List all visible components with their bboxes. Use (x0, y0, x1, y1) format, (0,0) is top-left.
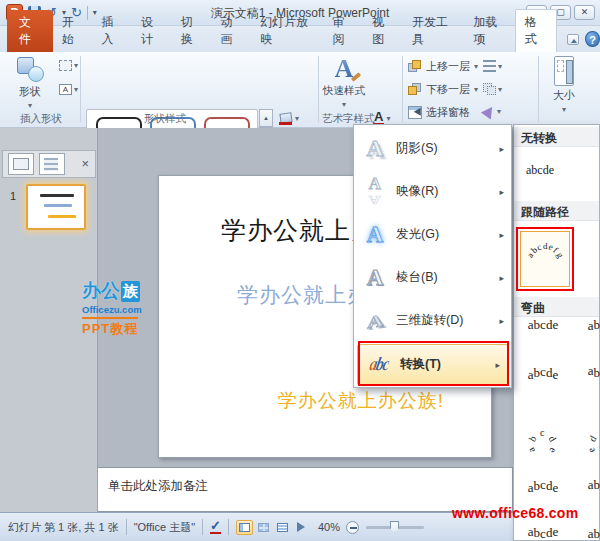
menu-item-glow[interactable]: A 发光(G) ▸ (354, 213, 511, 256)
help-icon[interactable]: ? (585, 31, 600, 47)
tab-design[interactable]: 设计 (132, 10, 172, 52)
submenu-arrow-icon: ▸ (499, 187, 504, 197)
arch-letter: c (540, 427, 544, 438)
tab-review[interactable]: 审阅 (323, 10, 363, 52)
submenu-arrow-icon: ▸ (499, 144, 504, 154)
bring-forward-icon (408, 60, 422, 73)
submenu-arrow-icon: ▸ (499, 316, 504, 326)
menu-item-transform[interactable]: abc 转换(T) ▸ (357, 344, 508, 385)
section-follow-path: 跟随路径 (514, 201, 599, 221)
warp-option-8[interactable]: abcde (576, 525, 600, 541)
bring-forward-button[interactable]: 上移一层 ▾ (408, 57, 478, 75)
tab-animations[interactable]: 动画 (212, 10, 252, 52)
warp-letter: b (594, 365, 600, 381)
menu-item-reflection[interactable]: AA 映像(R) ▸ (354, 170, 511, 213)
warp-option-1[interactable]: abcde (516, 317, 570, 351)
group-separator (538, 56, 539, 122)
edit-shape-button[interactable]: ▾ (56, 58, 81, 73)
zoom-slider-handle[interactable] (390, 521, 399, 533)
tab-addins[interactable]: 加载项 (464, 10, 515, 52)
gallery-scroll-up-icon[interactable]: ▲ (259, 109, 273, 127)
tab-slides-thumbnails[interactable] (8, 153, 34, 175)
close-button[interactable]: ✕ (574, 5, 595, 20)
chevron-down-icon: ▾ (474, 85, 478, 94)
arch-letter: d (586, 433, 598, 443)
menu-item-3d-rotation[interactable]: A 三维旋转(D) ▸ (354, 299, 511, 342)
send-backward-button[interactable]: 下移一层 ▾ (408, 80, 478, 98)
tab-transitions[interactable]: 切换 (172, 10, 212, 52)
ribbon-tab-row: 文件 开始 插入 设计 切换 动画 幻灯片放映 审阅 视图 开发工具 加载项 格… (0, 26, 600, 52)
text-box-icon: A (59, 84, 72, 95)
warp-option-6[interactable]: abcde (576, 477, 600, 511)
slideshow-button[interactable] (293, 520, 310, 535)
tab-view[interactable]: 视图 (363, 10, 403, 52)
arch-letter: b (526, 433, 538, 443)
tab-outline[interactable] (39, 153, 65, 175)
tab-insert[interactable]: 插入 (92, 10, 132, 52)
thumb-yellow-line (48, 215, 76, 218)
tab-home[interactable]: 开始 (53, 10, 93, 52)
shape-fill-icon (279, 113, 292, 125)
group-separator (80, 56, 81, 122)
spellcheck-icon[interactable]: ✓ (210, 520, 221, 534)
selection-pane-button[interactable]: 选择窗格 (408, 103, 470, 121)
slide-1-thumbnail[interactable] (26, 184, 86, 230)
size-button[interactable]: 大小 ▾ (544, 52, 584, 114)
warp-option-3[interactable]: abcde (516, 365, 570, 399)
slide-info: 幻灯片 第 1 张, 共 1 张 (8, 520, 119, 535)
zoom-out-icon[interactable] (346, 521, 359, 534)
submenu-arrow-icon: ▸ (499, 273, 504, 283)
warp-option-4[interactable]: abcde (576, 365, 600, 399)
section-no-transform: 无转换 (514, 127, 599, 147)
warp-option-circle-1[interactable]: abcde (518, 413, 568, 469)
quick-styles-icon: A (335, 56, 354, 82)
warp-option-circle-2[interactable]: abcde (578, 413, 600, 469)
slide-yellow-wordart[interactable]: 学办公就上办公族! (231, 388, 491, 414)
quick-styles-button[interactable]: A 快速样式 ▾ (320, 52, 368, 109)
arch-letter: a (526, 446, 538, 455)
tab-file[interactable]: 文件 (7, 10, 53, 52)
tab-slideshow[interactable]: 幻灯片放映 (251, 10, 323, 52)
annotation-box-arch (516, 227, 574, 291)
warp-option-7[interactable]: abcde (516, 525, 570, 541)
theme-name: "Office 主题" (134, 520, 195, 535)
officezu-watermark: 办公 族 Officezu.com PPT教程 (82, 278, 140, 338)
align-button[interactable]: ▾ (480, 58, 505, 74)
chevron-down-icon: ▾ (497, 107, 501, 116)
slide-sorter-button[interactable] (255, 520, 272, 535)
section-warp: 弯曲 (514, 297, 599, 317)
menu-item-bevel[interactable]: A 棱台(B) ▸ (354, 256, 511, 299)
transform-submenu: 无转换 abcde 跟随路径 abcdefg abcdefg 弯曲 abcde … (513, 124, 600, 541)
zoom-slider[interactable] (366, 526, 424, 529)
minimize-ribbon-icon[interactable] (567, 34, 580, 45)
glow-effect-icon: A (354, 222, 396, 248)
menu-item-shadow[interactable]: A 阴影(S) ▸ (354, 127, 511, 170)
warp-letter: e (552, 367, 558, 383)
chevron-down-icon: ▾ (28, 101, 32, 110)
submenu-arrow-icon: ▸ (495, 360, 500, 370)
send-backward-icon (408, 83, 422, 96)
normal-view-icon (239, 523, 250, 532)
chevron-down-icon: ▾ (342, 100, 346, 109)
slide-number: 1 (10, 190, 16, 202)
reading-view-button[interactable] (274, 520, 291, 535)
rotate-button[interactable]: ▾ (480, 104, 504, 119)
close-panel-icon[interactable]: × (81, 158, 89, 170)
shapes-button[interactable]: 形状 ▾ (8, 52, 52, 110)
notes-pane[interactable]: 单击此处添加备注 (98, 467, 513, 512)
group-separator (402, 56, 403, 122)
tab-developer[interactable]: 开发工具 (403, 10, 464, 52)
slide-sorter-icon (258, 523, 269, 532)
panel-tab-strip: × (2, 150, 96, 178)
tab-format-active[interactable]: 格式 (515, 9, 557, 52)
warp-letter: b (594, 477, 600, 493)
thumb-title-line (40, 194, 74, 197)
option-arch-down[interactable]: abcdefg (582, 231, 600, 287)
group-button[interactable]: ▾ (480, 81, 505, 97)
text-box-button[interactable]: A ▾ (56, 82, 81, 97)
option-no-transform[interactable]: abcde (526, 163, 554, 178)
warp-option-2[interactable]: abcde (576, 317, 600, 351)
shape-fill-button[interactable]: ▾ (276, 108, 312, 129)
normal-view-button[interactable] (236, 520, 253, 535)
logo-divider (82, 317, 138, 319)
